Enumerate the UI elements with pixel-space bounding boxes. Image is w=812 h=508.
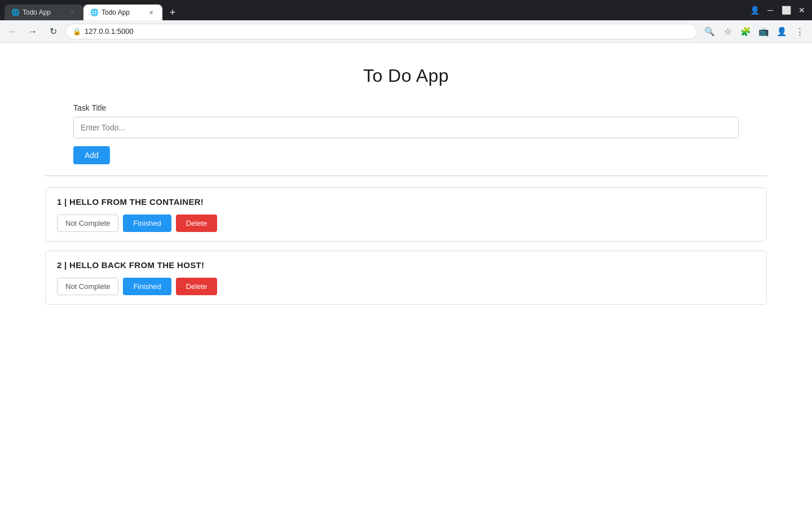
tab-1-title: Todo App: [23, 8, 64, 16]
zoom-icon[interactable]: 🔍: [701, 24, 717, 40]
todo-item-2: 2 | HELLO BACK FROM THE HOST! Not Comple…: [45, 251, 767, 305]
tab-2-title: Todo App: [102, 8, 143, 16]
tab-2-close-icon[interactable]: ✕: [147, 8, 156, 17]
todo-list: 1 | HELLO FROM THE CONTAINER! Not Comple…: [45, 187, 767, 305]
todo-item-1-finished-button[interactable]: Finished: [123, 214, 171, 232]
tab-1[interactable]: 🌐 Todo App ✕: [5, 5, 83, 20]
profile-icon[interactable]: 👤: [749, 5, 760, 16]
page-content: To Do App Task Title Add 1 | HELLO FROM …: [0, 43, 812, 508]
task-title-label: Task Title: [73, 103, 739, 112]
address-bar[interactable]: 🔒 127.0.0.1:5000: [65, 24, 697, 40]
new-tab-button[interactable]: +: [165, 5, 180, 20]
address-bar-row: ← → ↻ 🔒 127.0.0.1:5000 🔍 ☆ 🧩 📺 👤 ⋮: [0, 20, 812, 43]
profile-avatar[interactable]: 👤: [774, 24, 789, 40]
todo-item-2-title: 2 | HELLO BACK FROM THE HOST!: [57, 260, 755, 270]
todo-item-1-title: 1 | HELLO FROM THE CONTAINER!: [57, 197, 755, 207]
cast-icon[interactable]: 📺: [756, 24, 771, 40]
forward-button[interactable]: →: [25, 24, 41, 40]
todo-item-2-delete-button[interactable]: Delete: [176, 278, 218, 295]
form-section: Task Title Add: [73, 103, 739, 164]
browser-window: 🌐 Todo App ✕ 🌐 Todo App ✕ + 👤 ─ ⬜ ✕ ← → …: [0, 0, 812, 508]
window-controls: 👤 ─ ⬜ ✕: [749, 5, 807, 16]
back-button[interactable]: ←: [5, 24, 20, 40]
todo-item-2-not-complete-button[interactable]: Not Complete: [57, 278, 118, 295]
tab-1-favicon: 🌐: [11, 8, 19, 16]
add-button[interactable]: Add: [73, 146, 110, 164]
reload-button[interactable]: ↻: [45, 24, 61, 40]
maximize-button[interactable]: ⬜: [780, 5, 792, 16]
bookmark-icon[interactable]: ☆: [720, 24, 735, 40]
title-bar: 🌐 Todo App ✕ 🌐 Todo App ✕ + 👤 ─ ⬜ ✕: [0, 0, 812, 20]
todo-item-2-finished-button[interactable]: Finished: [123, 278, 171, 295]
section-divider: [45, 176, 767, 176]
tab-2[interactable]: 🌐 Todo App ✕: [83, 5, 162, 20]
minimize-button[interactable]: ─: [765, 5, 776, 16]
page-title: To Do App: [45, 65, 767, 86]
todo-item-1-not-complete-button[interactable]: Not Complete: [57, 214, 118, 232]
toolbar-icons: 🔍 ☆ 🧩 📺 👤 ⋮: [701, 24, 807, 40]
extensions-icon[interactable]: 🧩: [738, 24, 753, 40]
close-button[interactable]: ✕: [796, 5, 807, 16]
tab-2-favicon: 🌐: [90, 8, 98, 16]
menu-icon[interactable]: ⋮: [792, 24, 807, 40]
tab-strip: 🌐 Todo App ✕ 🌐 Todo App ✕ +: [5, 0, 747, 20]
task-input[interactable]: [73, 117, 739, 138]
todo-item-1-delete-button[interactable]: Delete: [176, 214, 218, 232]
lock-icon: 🔒: [73, 28, 81, 36]
tab-1-close-icon[interactable]: ✕: [68, 8, 77, 17]
todo-item-2-actions: Not Complete Finished Delete: [57, 278, 755, 295]
todo-item-1-actions: Not Complete Finished Delete: [57, 214, 755, 232]
todo-item-1: 1 | HELLO FROM THE CONTAINER! Not Comple…: [45, 187, 767, 242]
address-text: 127.0.0.1:5000: [85, 27, 690, 36]
